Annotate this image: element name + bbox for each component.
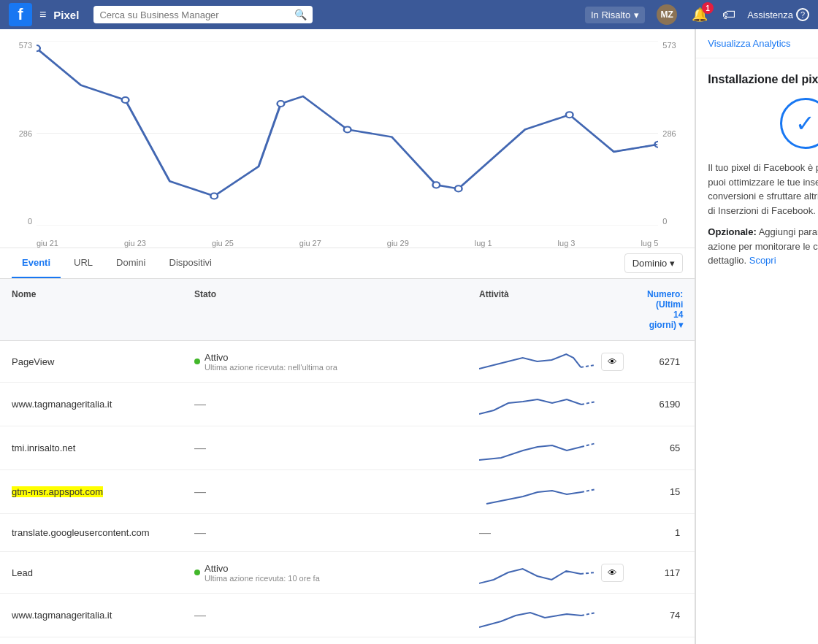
row-name-tmi: tmi.inrisalto.net	[0, 437, 183, 459]
bookmark-button[interactable]: 🏷	[719, 4, 738, 26]
dominio-dropdown[interactable]: Dominio ▾	[624, 253, 684, 273]
x-label-7: lug 3	[558, 239, 576, 248]
row-number-5: 1	[635, 527, 695, 538]
eye-button-pageview[interactable]: 👁	[601, 353, 624, 371]
right-panel: Visualizza Analytics Installazione del p…	[695, 29, 818, 644]
pixel-description: Il tuo pixel di Facebook è pronto all'us…	[708, 161, 818, 218]
svg-point-3	[37, 45, 40, 51]
table-row: www.tagmanageritalia.it — 74	[0, 594, 695, 637]
chart-x-labels: giu 21 giu 23 giu 25 giu 27 giu 29 lug 1…	[37, 236, 658, 248]
row-number-3: 65	[635, 442, 695, 453]
row-number-lead: 117	[635, 567, 695, 578]
highlighted-domain: gtm-msr.appspot.com	[12, 486, 103, 497]
row-status-pageview: Attivo Ultima azione ricevuta: nell'ulti…	[183, 346, 467, 377]
svg-line-16	[581, 489, 596, 492]
th-stato: Stato	[183, 285, 467, 334]
tab-eventi[interactable]: Eventi	[12, 248, 61, 278]
row-name-appspot1: gtm-msr.appspot.com	[0, 480, 183, 503]
svg-line-13	[581, 365, 595, 367]
x-label-5: giu 29	[387, 239, 409, 248]
row-status-dash5: —	[183, 603, 467, 628]
row-status-dash2: —	[183, 436, 467, 461]
search-icon: 🔍	[294, 9, 307, 20]
x-label-4: giu 27	[299, 239, 321, 248]
avatar-button[interactable]: MZ	[654, 1, 680, 28]
chart-y-labels-left: 573 286 0	[0, 41, 37, 226]
svg-point-8	[432, 182, 440, 188]
search-bar[interactable]: 🔍	[93, 6, 313, 23]
row-name-translate: translate.googleusercontent.com	[0, 521, 183, 544]
svg-line-17	[581, 572, 595, 574]
row-activity-8	[467, 637, 635, 644]
search-input[interactable]	[99, 9, 294, 20]
svg-line-15	[581, 443, 596, 447]
row-activity-pageview: 👁	[467, 341, 635, 382]
table-row-lead: Lead Attivo Ultima azione ricevuta: 10 o…	[0, 552, 695, 594]
row-activity-5: —	[467, 521, 635, 545]
tab-url[interactable]: URL	[64, 248, 103, 278]
table-row: gtm-msr.appspot.com — 15	[0, 470, 695, 514]
assistenza-button[interactable]: Assistenza ?	[747, 8, 809, 21]
svg-line-18	[581, 613, 596, 616]
dropdown-icon: ▾	[634, 9, 639, 20]
status-dot-lead	[194, 570, 200, 575]
pixel-optional-text: Opzionale: Aggiungi parametri al tuo cod…	[708, 225, 818, 268]
svg-point-5	[210, 193, 218, 199]
tab-domini[interactable]: Domini	[106, 248, 156, 278]
analytics-link[interactable]: Visualizza Analytics	[696, 29, 818, 58]
table-row: PageView Attivo Ultima azione ricevuta: …	[0, 341, 695, 383]
th-numero[interactable]: Numero: (Ultimi 14 giorni) ▾	[635, 285, 695, 334]
x-label-1: giu 21	[37, 239, 58, 248]
row-name-tagmanager: www.tagmanageritalia.it	[0, 393, 183, 415]
x-label-2: giu 23	[124, 239, 146, 248]
eye-button-lead[interactable]: 👁	[601, 564, 624, 582]
x-label-6: lug 1	[475, 239, 492, 248]
chart-svg	[37, 41, 658, 226]
scopri-link[interactable]: Scopri	[749, 255, 776, 266]
svg-point-7	[344, 126, 351, 132]
x-label-3: giu 25	[212, 239, 234, 248]
bookmark-icon: 🏷	[722, 7, 735, 23]
row-status-dash4: —	[183, 521, 467, 545]
top-navigation: f ≡ Pixel 🔍 In Risalto ▾ MZ 🔔 1 🏷 Assist…	[0, 0, 818, 29]
row-status-dash3: —	[183, 480, 467, 505]
x-label-8: lug 5	[641, 239, 658, 248]
dominio-label: Dominio	[632, 258, 668, 269]
row-name-pageview: PageView	[0, 350, 183, 373]
row-activity-2	[467, 383, 635, 426]
svg-point-9	[455, 185, 462, 191]
notifications-button[interactable]: 🔔 1	[689, 4, 711, 26]
tabs-bar: Eventi URL Domini Dispositivi Dominio ▾	[0, 248, 695, 279]
th-nome: Nome	[0, 285, 183, 334]
hamburger-icon[interactable]: ≡	[39, 8, 46, 21]
row-activity-4	[467, 470, 635, 513]
pixel-success-title: Installazione del pixel completata!	[708, 73, 818, 86]
assistenza-label: Assistenza	[747, 9, 793, 20]
facebook-logo: f	[9, 3, 32, 26]
row-activity-lead: 👁	[467, 552, 635, 593]
chart-area: 573 286 0	[0, 29, 695, 248]
row-activity-7	[467, 594, 635, 637]
y-label-bottom-left: 0	[28, 217, 32, 226]
in-risalto-label: In Risalto	[591, 9, 630, 20]
row-number-7: 74	[635, 610, 695, 621]
pixel-success-box: Installazione del pixel completata! ✓ Il…	[696, 58, 818, 283]
user-avatar: MZ	[657, 4, 677, 25]
th-attivita: Attività	[467, 285, 635, 334]
row-number-4: 15	[635, 486, 695, 497]
status-dot-active	[194, 359, 200, 364]
y-label-top-left: 573	[19, 41, 32, 50]
checkmark-circle: ✓	[780, 98, 818, 149]
in-risalto-button[interactable]: In Risalto ▾	[585, 7, 645, 23]
svg-line-14	[581, 402, 596, 405]
svg-point-4	[122, 97, 129, 103]
table-row: gtm-msr.appspot.com — 43	[0, 637, 695, 644]
help-icon: ?	[796, 8, 809, 21]
events-table: Nome Stato Attività Numero: (Ultimi 14 g…	[0, 279, 695, 644]
table-row: www.tagmanageritalia.it — 6190	[0, 383, 695, 426]
table-row: tmi.inrisalto.net — 65	[0, 426, 695, 470]
nav-right-section: In Risalto ▾ MZ 🔔 1 🏷 Assistenza ?	[585, 1, 809, 28]
app-title: Pixel	[53, 9, 79, 21]
tab-dispositivi[interactable]: Dispositivi	[159, 248, 223, 278]
notification-badge: 1	[702, 2, 714, 14]
